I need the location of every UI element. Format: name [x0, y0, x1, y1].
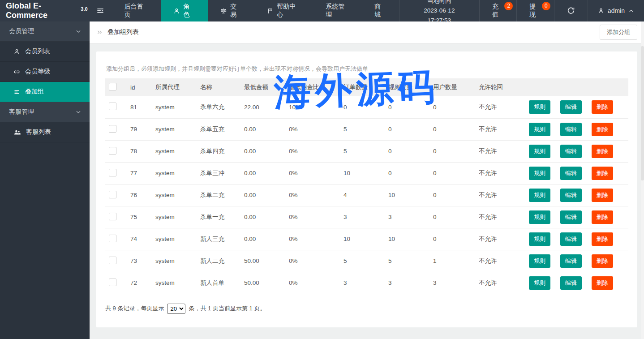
- table-row: 76 system 杀单二充 0.00 0% 4 10 0 不允许 规则 编辑: [105, 184, 628, 206]
- sidebar-item-label: 会员列表: [25, 47, 50, 56]
- rule-button[interactable]: 规则: [529, 167, 550, 180]
- cell-min-amount: 0.00: [240, 118, 285, 140]
- row-checkbox[interactable]: [109, 213, 116, 220]
- row-checkbox[interactable]: [109, 235, 116, 242]
- scrollbar-thumb[interactable]: [641, 46, 644, 180]
- edit-button[interactable]: 编辑: [560, 276, 582, 290]
- cell-agent: system: [152, 96, 197, 118]
- content-region: 添加分组后，必须添加规则，并且规则需要对应好订单个数，若出现不对称情况，会导致用…: [90, 43, 644, 327]
- edit-button[interactable]: 编辑: [560, 100, 582, 114]
- edit-button[interactable]: 编辑: [560, 123, 582, 136]
- sidebar-toggle-button[interactable]: [88, 0, 112, 21]
- sidebar-group-member-management[interactable]: 会员管理: [0, 21, 90, 42]
- delete-button[interactable]: 删除: [592, 254, 613, 268]
- cell-min-commission: 0%: [285, 206, 340, 228]
- user-menu[interactable]: admin: [588, 0, 644, 21]
- column-header-agent: 所属代理: [152, 78, 197, 96]
- sidebar-item-member-level[interactable]: 会员等级: [0, 62, 90, 82]
- cell-rules: 0: [385, 118, 429, 140]
- rule-button[interactable]: 规则: [529, 100, 550, 114]
- delete-button[interactable]: 删除: [592, 276, 613, 290]
- sidebar-item-service-list[interactable]: 客服列表: [0, 122, 90, 142]
- sidebar-item-label: 客服列表: [26, 128, 51, 136]
- cell-allow-cycle: 不允许: [475, 250, 525, 272]
- cell-allow-cycle: 不允许: [475, 228, 525, 250]
- cell-rules: 10: [385, 228, 429, 250]
- cell-users: 0: [429, 228, 475, 250]
- nav-item-system[interactable]: 系统管理: [313, 0, 362, 21]
- cell-name: 杀单二充: [197, 184, 240, 206]
- nav-item-roles[interactable]: 角色: [161, 0, 208, 21]
- column-header-rules: 规则数量: [385, 78, 429, 96]
- delete-button[interactable]: 删除: [592, 210, 613, 224]
- edit-button[interactable]: 编辑: [560, 167, 582, 180]
- select-all-checkbox[interactable]: [109, 83, 116, 90]
- edit-button[interactable]: 编辑: [560, 254, 582, 268]
- scale-icon: [220, 7, 227, 14]
- delete-button[interactable]: 删除: [592, 123, 613, 136]
- cell-rules: 3: [385, 206, 429, 228]
- page-topbar: 叠加组列表 添加分组: [90, 21, 644, 43]
- row-checkbox[interactable]: [109, 257, 116, 264]
- sidebar-group-label: 客服管理: [9, 108, 34, 116]
- cell-id: 75: [127, 206, 152, 228]
- cell-min-amount: 50.00: [240, 250, 285, 272]
- scrollbar[interactable]: [641, 21, 644, 339]
- row-checkbox[interactable]: [109, 169, 116, 176]
- delete-button[interactable]: 删除: [592, 100, 613, 114]
- withdraw-button[interactable]: 提现 0: [517, 0, 554, 21]
- row-checkbox[interactable]: [109, 279, 116, 286]
- nav-item-dashboard[interactable]: 后台首页: [112, 0, 161, 21]
- rule-button[interactable]: 规则: [529, 123, 550, 136]
- rule-button[interactable]: 规则: [529, 276, 550, 290]
- table-row: 72 system 新人首单 50.00 0% 3 3 3 不允许 规则 编辑: [105, 272, 628, 294]
- sidebar-group-service-management[interactable]: 客服管理: [0, 102, 90, 122]
- delete-button[interactable]: 删除: [592, 189, 613, 202]
- recharge-button[interactable]: 充值 2: [480, 0, 517, 21]
- sidebar-item-member-list[interactable]: 会员列表: [0, 42, 90, 62]
- delete-button[interactable]: 删除: [592, 167, 613, 180]
- cell-name: 新人首单: [197, 272, 240, 294]
- row-checkbox[interactable]: [109, 191, 116, 198]
- nav-item-help-center[interactable]: 帮助中心: [255, 0, 314, 21]
- cell-agent: system: [152, 184, 197, 206]
- row-checkbox[interactable]: [109, 147, 116, 154]
- rule-button[interactable]: 规则: [529, 232, 550, 246]
- page-size-select[interactable]: 20: [167, 304, 185, 314]
- sidebar-item-stack-group[interactable]: 叠加组: [0, 82, 90, 102]
- withdraw-badge: 0: [542, 2, 550, 10]
- edit-button[interactable]: 编辑: [560, 232, 582, 246]
- cell-users: 0: [429, 140, 475, 162]
- rule-button[interactable]: 规则: [529, 210, 550, 224]
- cell-min-amount: 0.00: [240, 206, 285, 228]
- app-logo-text: Global E-Commerce: [6, 1, 79, 20]
- row-checkbox[interactable]: [109, 125, 116, 133]
- rule-button[interactable]: 规则: [529, 254, 550, 268]
- cell-allow-cycle: 不允许: [475, 162, 525, 184]
- rule-button[interactable]: 规则: [529, 189, 550, 202]
- cell-min-commission: 0%: [285, 184, 340, 206]
- delete-button[interactable]: 删除: [592, 232, 613, 246]
- edit-button[interactable]: 编辑: [560, 145, 582, 158]
- flag-icon: [267, 8, 274, 14]
- person-icon: [173, 8, 180, 14]
- cell-id: 81: [127, 96, 152, 118]
- nav-item-trade[interactable]: 交易: [208, 0, 255, 21]
- cell-min-amount: 50.00: [240, 272, 285, 294]
- cell-users: 1: [429, 250, 475, 272]
- delete-button[interactable]: 删除: [592, 145, 613, 158]
- nav-item-label: 交易: [230, 3, 242, 19]
- edit-button[interactable]: 编辑: [560, 189, 582, 202]
- table-row: 78 system 杀单四充 0.00 0% 5 0 0 不允许 规则 编辑: [105, 140, 628, 162]
- hint-text: 添加分组后，必须添加规则，并且规则需要对应好订单个数，若出现不对称情况，会导致用…: [106, 65, 628, 73]
- cell-min-commission: 0%: [285, 118, 340, 140]
- refresh-button[interactable]: [554, 0, 588, 21]
- cell-id: 77: [127, 162, 152, 184]
- cell-min-amount: 0.00: [240, 228, 285, 250]
- add-group-button[interactable]: 添加分组: [600, 25, 637, 40]
- nav-item-mall[interactable]: 商城: [362, 0, 399, 21]
- pagination-prefix: 共 9 条记录，每页显示: [105, 305, 164, 313]
- row-checkbox[interactable]: [109, 103, 116, 110]
- edit-button[interactable]: 编辑: [560, 210, 582, 224]
- rule-button[interactable]: 规则: [529, 145, 550, 158]
